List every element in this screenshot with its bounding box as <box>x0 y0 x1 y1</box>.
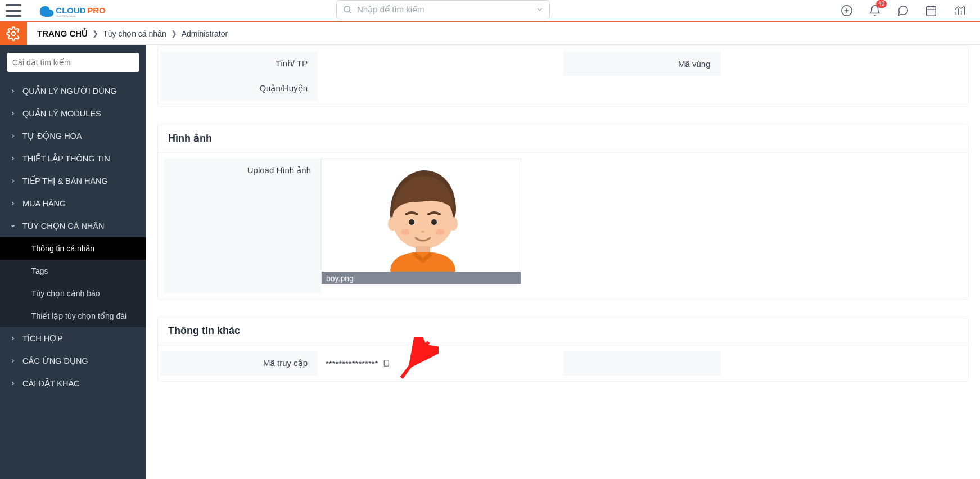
breadcrumb-personal[interactable]: Tùy chọn cá nhân <box>103 29 166 38</box>
search-placeholder: Nhập để tìm kiếm <box>357 4 536 15</box>
sidebar-item-config[interactable]: THIẾT LẬP THÔNG TIN <box>0 147 146 170</box>
sidebar-item-automation[interactable]: TỰ ĐỘNG HÓA <box>0 125 146 147</box>
analytics-button[interactable] <box>953 4 965 17</box>
access-code-masked: **************** <box>326 359 378 368</box>
chart-icon <box>953 4 965 17</box>
svg-text:Cloud CRM By Industry: Cloud CRM By Industry <box>56 15 76 17</box>
chat-icon <box>897 4 909 17</box>
svg-rect-9 <box>927 7 936 16</box>
svg-text:CLOUD: CLOUD <box>56 6 85 15</box>
svg-point-21 <box>431 219 437 225</box>
sidebar-search-input[interactable] <box>7 53 139 72</box>
sidebar-sub-profile[interactable]: Thông tin cá nhân <box>0 237 146 260</box>
sidebar-item-label: QUẢN LÝ NGƯỜI DÙNG <box>22 87 117 96</box>
sidebar-item-marketing[interactable]: TIẾP THỊ & BÁN HÀNG <box>0 170 146 192</box>
sidebar-item-label: TÍCH HỢP <box>22 334 63 343</box>
copy-access-code-button[interactable] <box>381 359 390 368</box>
label-access-code: Mã truy cập <box>160 351 318 376</box>
sidebar-search <box>7 53 139 72</box>
label-upload-image: Upload Hình ảnh <box>164 159 321 293</box>
svg-point-0 <box>12 32 16 36</box>
label-region-code: Mã vùng <box>563 51 721 76</box>
add-button[interactable] <box>841 4 853 17</box>
sidebar-sub-label: Tùy chọn cảnh báo <box>31 289 100 298</box>
logo[interactable]: CLOUD PRO Cloud CRM By Industry <box>38 2 123 19</box>
sidebar-item-personal[interactable]: TÙY CHỌN CÁ NHÂN <box>0 215 146 237</box>
sidebar-sub-tags[interactable]: Tags <box>0 260 146 282</box>
calendar-icon <box>925 4 937 17</box>
breadcrumb-home[interactable]: TRANG CHỦ <box>37 29 88 39</box>
svg-text:PRO: PRO <box>87 6 106 15</box>
clipboard-icon <box>381 359 390 368</box>
address-panel-fragment: Tỉnh/ TP Mã vùng Quận/Huyện <box>157 45 969 107</box>
sidebar-item-label: CÁC ỨNG DỤNG <box>22 356 88 365</box>
label-district: Quận/Huyện <box>160 76 318 101</box>
sidebar-item-apps[interactable]: CÁC ỨNG DỤNG <box>0 350 146 372</box>
main-content: Tỉnh/ TP Mã vùng Quận/Huyện Hình ảnh <box>146 45 980 479</box>
plus-circle-icon <box>841 4 853 17</box>
svg-point-18 <box>388 217 397 231</box>
messages-button[interactable] <box>897 4 909 17</box>
sidebar-item-label: TÙY CHỌN CÁ NHÂN <box>22 222 104 231</box>
value-empty-right <box>721 351 967 376</box>
value-region-code <box>721 51 967 76</box>
hamburger-button[interactable] <box>6 4 21 17</box>
settings-sidebar: QUẢN LÝ NGƯỜI DÙNG QUẢN LÝ MODULES TỰ ĐỘ… <box>0 45 146 479</box>
sidebar-item-other[interactable]: CÀI ĐẶT KHÁC <box>0 372 146 395</box>
svg-point-4 <box>344 6 350 12</box>
sidebar-item-label: QUẢN LÝ MODULES <box>22 109 101 118</box>
sidebar-item-label: THIẾT LẬP THÔNG TIN <box>22 154 110 163</box>
chevron-right-icon: ❯ <box>171 29 177 38</box>
breadcrumb: TRANG CHỦ ❯ Tùy chọn cá nhân ❯ Administr… <box>27 22 980 45</box>
chevron-down-icon <box>536 6 544 13</box>
svg-point-19 <box>449 217 458 231</box>
svg-point-20 <box>409 219 414 225</box>
sidebar-item-purchase[interactable]: MUA HÀNG <box>0 192 146 215</box>
avatar-image <box>322 159 521 272</box>
svg-rect-25 <box>385 360 389 367</box>
svg-line-5 <box>349 11 351 13</box>
sidebar-item-modules[interactable]: QUẢN LÝ MODULES <box>0 102 146 125</box>
sidebar-sub-callcenter[interactable]: Thiết lập tùy chọn tổng đài <box>0 305 146 327</box>
value-access-code: **************** <box>318 351 563 376</box>
sidebar-sub-label: Thông tin cá nhân <box>31 244 94 253</box>
image-filename: boy.png <box>322 272 521 284</box>
image-panel: Hình ảnh Upload Hình ảnh <box>157 124 969 300</box>
sidebar-sub-label: Tags <box>31 266 48 275</box>
calendar-button[interactable] <box>925 4 937 17</box>
sidebar-item-user-mgmt[interactable]: QUẢN LÝ NGƯỜI DÙNG <box>0 80 146 102</box>
label-province: Tỉnh/ TP <box>160 51 318 76</box>
notifications-button[interactable]: 40 <box>869 4 881 17</box>
svg-point-22 <box>401 229 410 235</box>
sidebar-item-integration[interactable]: TÍCH HỢP <box>0 327 146 350</box>
sidebar-item-label: TIẾP THỊ & BÁN HÀNG <box>22 177 108 186</box>
gear-icon <box>6 26 21 41</box>
breadcrumb-current: Administrator <box>182 29 228 38</box>
search-icon <box>342 4 353 15</box>
hamburger-rail <box>0 0 27 22</box>
settings-rail[interactable] <box>0 22 27 45</box>
value-district <box>318 76 563 101</box>
global-search[interactable]: Nhập để tìm kiếm <box>336 0 550 19</box>
other-info-title: Thông tin khác <box>158 317 968 345</box>
sidebar-item-label: TỰ ĐỘNG HÓA <box>22 132 82 141</box>
top-header: CLOUD PRO Cloud CRM By Industry Nhập để … <box>27 0 980 22</box>
image-panel-title: Hình ảnh <box>158 124 968 153</box>
svg-point-23 <box>436 229 445 235</box>
chevron-right-icon: ❯ <box>92 29 98 38</box>
image-preview[interactable]: boy.png <box>321 159 521 284</box>
sidebar-item-label: MUA HÀNG <box>22 199 66 208</box>
header-icons: 40 <box>841 4 980 17</box>
label-empty-right <box>563 351 721 376</box>
other-info-panel: Thông tin khác Mã truy cập *************… <box>157 317 969 382</box>
notif-badge: 40 <box>876 0 887 8</box>
value-province <box>318 51 563 76</box>
sidebar-item-label: CÀI ĐẶT KHÁC <box>22 379 80 388</box>
sidebar-sub-label: Thiết lập tùy chọn tổng đài <box>31 311 127 320</box>
sidebar-sub-alerts[interactable]: Tùy chọn cảnh báo <box>0 282 146 305</box>
